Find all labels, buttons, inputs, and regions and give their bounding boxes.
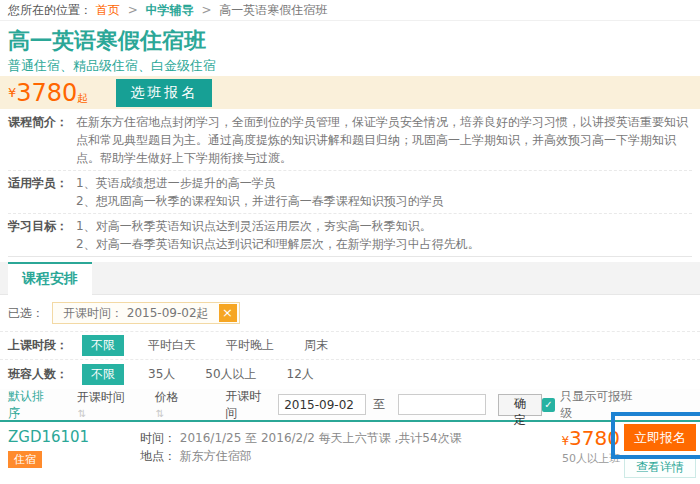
sort-by-price[interactable]: 价格⇅ — [155, 389, 188, 420]
choose-class-enroll-button[interactable]: 选班报名 — [116, 79, 212, 107]
intro-row-target-students: 适用学员： 1、英语成绩想进一步提升的高一学员 2、想巩固高一秋季的课程知识，并… — [8, 171, 692, 214]
close-icon[interactable]: × — [219, 304, 237, 322]
time-option-unlimited[interactable]: 不限 — [82, 335, 124, 356]
course-time-label: 时间： — [140, 431, 176, 445]
intro-target-line2: 2、想巩固高一秋季的课程知识，并进行高一春季课程知识预习的学员 — [76, 192, 692, 210]
sort-arrows-icon: ⇅ — [78, 408, 86, 419]
sort-by-start-date[interactable]: 开课时间⇅ — [77, 389, 133, 420]
class-time-filter-label: 上课时段： — [8, 337, 68, 354]
date-from-input[interactable] — [278, 394, 366, 415]
selected-filter-chip: 开课时间： 2015-09-02起 × — [52, 302, 240, 324]
size-option-35[interactable]: 35人 — [148, 366, 175, 383]
intro-description-text: 在新东方住宿地点封闭学习，全面到位的学员管理，保证学员安全情况，培养良好的学习习… — [76, 113, 692, 167]
intro-goals-line1: 1、对高一秋季英语知识点达到灵活运用层次，夯实高一秋季知识。 — [76, 217, 692, 235]
date-to-label: 至 — [373, 396, 385, 413]
available-only-filter: ✓ 只显示可报班级 — [542, 388, 642, 422]
price-suffix: 起 — [77, 91, 88, 106]
intro-goals-line2: 2、对高一春季英语知识点达到识记和理解层次，在新学期学习中占得先机。 — [76, 235, 692, 253]
tab-bar: 课程安排 — [0, 262, 700, 295]
breadcrumb: 您所在的位置： 首页 > 中学辅导 > 高一英语寒假住宿班 — [0, 0, 700, 21]
page-title: 高一英语寒假住宿班 — [0, 26, 700, 56]
tab-course-schedule[interactable]: 课程安排 — [8, 262, 92, 295]
intro-goals-text: 1、对高一秋季英语知识点达到灵活运用层次，夯实高一秋季知识。 2、对高一春季英语… — [76, 217, 692, 253]
intro-row-description: 课程简介： 在新东方住宿地点封闭学习，全面到位的学员管理，保证学员安全情况，培养… — [8, 110, 692, 171]
intro-row-goals: 学习目标： 1、对高一秋季英语知识点达到灵活运用层次，夯实高一秋季知识。 2、对… — [8, 214, 692, 257]
time-option-weekday-day[interactable]: 平时白天 — [148, 337, 196, 354]
course-price-currency: ¥ — [561, 434, 569, 448]
page-subtitle: 普通住宿、精品级住宿、白金级住宿 — [0, 57, 700, 75]
time-option-weekday-evening[interactable]: 平时晚上 — [226, 337, 274, 354]
course-list-row: ZGD16101 住宿 时间： 2016/1/25 至 2016/2/2 每天上… — [0, 424, 700, 484]
intro-target-line1: 1、英语成绩想进一步提升的高一学员 — [76, 174, 692, 192]
date-to-input[interactable] — [398, 394, 486, 415]
selected-filters-label: 已选： — [8, 305, 44, 322]
breadcrumb-current: 高一英语寒假住宿班 — [219, 3, 327, 17]
breadcrumb-separator: > — [201, 3, 211, 17]
breadcrumb-section-link[interactable]: 中学辅导 — [146, 3, 194, 17]
intro-goals-label: 学习目标： — [8, 217, 76, 253]
breadcrumb-separator: > — [128, 3, 138, 17]
enroll-now-button[interactable]: 立即报名 — [624, 424, 696, 451]
course-price-value: 3780 — [569, 426, 620, 450]
intro-description-label: 课程简介： — [8, 113, 76, 167]
course-time-value: 2016/1/25 至 2016/2/2 每天上六节课 ,共计54次课 — [180, 431, 462, 445]
sort-by-start-date-label: 开课时间 — [77, 390, 125, 404]
class-size-filter-row: 班容人数： 不限 35人 50人以上 12人 — [0, 360, 700, 389]
start-date-filter-label: 开课时间 — [225, 388, 272, 422]
available-only-label: 只显示可报班级 — [560, 388, 642, 422]
price-bar: ¥ 3780 起 选班报名 — [0, 76, 700, 109]
size-option-unlimited[interactable]: 不限 — [82, 364, 124, 385]
course-location-label: 地点： — [140, 449, 176, 463]
size-option-12[interactable]: 12人 — [287, 366, 314, 383]
selected-filters-row: 已选： 开课时间： 2015-09-02起 × — [0, 295, 700, 331]
lodging-badge: 住宿 — [8, 451, 42, 468]
course-location-line: 地点： 新东方住宿部 — [140, 448, 252, 465]
course-time-line: 时间： 2016/1/25 至 2016/2/2 每天上六节课 ,共计54次课 — [140, 430, 462, 447]
size-option-50plus[interactable]: 50人以上 — [205, 366, 256, 383]
price-currency: ¥ — [8, 85, 16, 100]
breadcrumb-home-link[interactable]: 首页 — [96, 3, 120, 17]
intro-target-label: 适用学员： — [8, 174, 76, 210]
course-code-link[interactable]: ZGD16101 — [8, 428, 89, 446]
course-class-size: 50人以上班 — [480, 451, 620, 466]
checkbox-checked-icon[interactable]: ✓ — [542, 398, 556, 412]
course-intro-section: 课程简介： 在新东方住宿地点封闭学习，全面到位的学员管理，保证学员安全情况，培养… — [0, 110, 700, 280]
sort-bar: 默认排序 开课时间⇅ 价格⇅ 开课时间 至 确定 ✓ 只显示可报班级 — [0, 389, 700, 422]
confirm-button[interactable]: 确定 — [498, 394, 541, 416]
time-option-weekend[interactable]: 周末 — [304, 337, 328, 354]
breadcrumb-prefix: 您所在的位置： — [8, 3, 92, 17]
sort-default[interactable]: 默认排序 — [8, 388, 55, 422]
class-size-filter-label: 班容人数： — [8, 366, 68, 383]
selected-filter-chip-text: 开课时间： 2015-09-02起 — [53, 305, 219, 322]
course-location-value: 新东方住宿部 — [180, 449, 252, 463]
price-value: 3780 — [16, 81, 77, 105]
intro-target-text: 1、英语成绩想进一步提升的高一学员 2、想巩固高一秋季的课程知识，并进行高一春季… — [76, 174, 692, 210]
sort-arrows-icon: ⇅ — [156, 408, 164, 419]
sort-by-price-label: 价格 — [155, 390, 179, 404]
class-time-filter-row: 上课时段： 不限 平时白天 平时晚上 周末 — [0, 331, 700, 360]
course-price-block: ¥3780 50人以上班 — [480, 426, 620, 466]
view-details-button[interactable]: 查看详情 — [624, 456, 696, 478]
